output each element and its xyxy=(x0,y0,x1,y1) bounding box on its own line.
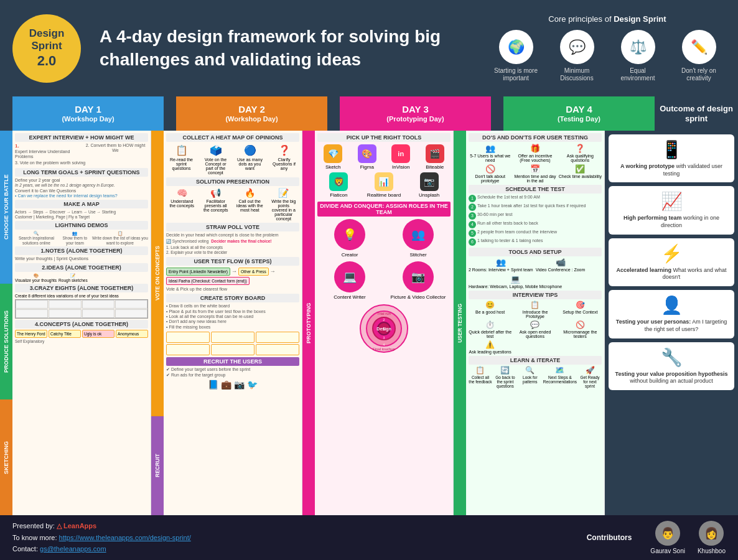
flow-other: Other & Press xyxy=(238,268,269,276)
heat-icon-clarify: ❓ Clarify Questions if any xyxy=(269,144,299,175)
longterm-title: LONG TERM GOALS + SPRINT QUESTIONS xyxy=(15,168,148,177)
sol-understand: 🧠Understand the concepts xyxy=(168,188,196,221)
expert-content: 1. Expert Interview Understand Problems … xyxy=(15,143,148,166)
dos-prototype: 🚫 Don't talk about prototype xyxy=(469,164,511,183)
storyboard-title: CREATE STORY BOARD xyxy=(166,294,299,302)
flow-ideal: Ideal Faeha (Checkout: Contact form (end… xyxy=(166,277,250,285)
schedule-item-6: 6 1 talking to tester & 1 taking notes xyxy=(469,238,602,246)
outcome-card-1: 📱 A working prototype with validated use… xyxy=(609,134,734,182)
tip-introduce: 📋Introduce the Prototype xyxy=(513,301,556,319)
heat-map-icons: 📋 Re-read the sprint questions 🗳️ Vote o… xyxy=(166,144,299,175)
outcome-card-4: 👤 Testing your user personas: Am I targe… xyxy=(609,290,734,338)
avatar-khushboo: 👩 xyxy=(699,521,724,546)
sol-facilitator: 📢Facilitator presents all the concepts xyxy=(202,188,230,221)
day2-side-labels: VOTE ON CONCEPTS RECRUIT xyxy=(151,131,164,515)
side-label-sketch: SKETCHING xyxy=(0,399,12,515)
dos-check: ✅ Check time availability xyxy=(559,164,602,183)
straw-title: STRAW POLL VOTE xyxy=(166,223,299,231)
flow-note: Vote & Pick up the clearest flow xyxy=(166,287,299,292)
tip-openended: 💬Ask open ended questions xyxy=(513,320,556,338)
notes-title: 1.NOTES (ALONE TOGETHER) xyxy=(15,246,148,255)
outcome-text-4: Testing your user personas: Am I targeti… xyxy=(614,319,729,333)
svg-text:Design: Design xyxy=(376,327,391,332)
outcome-card-2: 📈 High performing team working in one di… xyxy=(609,186,734,234)
straw-content: Decide in your head which concept is clo… xyxy=(166,233,299,255)
tools-title: PICK UP THE RIGHT TOOLS xyxy=(317,133,451,142)
svg-text:Final touchup: Final touchup xyxy=(373,347,396,351)
heat-icon-reread: 📋 Re-read the sprint questions xyxy=(167,144,197,175)
days-area: DAY 1(Workshop Day) DAY 2(Workshop Day) … xyxy=(0,96,738,515)
col-outcome: 📱 A working prototype with validated use… xyxy=(605,131,738,515)
footer-left: Presented by: △ LeanApps To know more: h… xyxy=(12,520,191,555)
flow-entry: Entry Point (LinkedIn Newsletter) xyxy=(166,268,230,276)
tip-debrief: ⏱️Quick debrief after the test xyxy=(469,320,511,338)
schedule-item-4: 4 Run all other tests back to back xyxy=(469,221,602,228)
presented-by: Presented by: △ LeanApps xyxy=(12,520,191,532)
header-title: A 4-day design framework for solving big… xyxy=(81,26,489,71)
svg-text:4: 4 xyxy=(383,343,385,347)
days-content: CHOOSE YOUR BATTLE PRODUCE SOLUTIONS SKE… xyxy=(0,131,738,515)
day4-header: DAY 4(Testing Day) xyxy=(503,96,655,131)
principle-discussions: 💬 Minimum Discussions xyxy=(552,30,602,82)
solution-icons: 🧠Understand the concepts 📢Facilitator pr… xyxy=(166,188,299,221)
logo-text: Design Sprint 2.0 xyxy=(29,27,65,69)
role-creator: 💡 Creator xyxy=(317,219,382,258)
heat-icon-dots: 🔵 Use as many dots as you want xyxy=(235,144,265,175)
contributor-gaurav: 👨 Gaurav Soni xyxy=(650,521,685,554)
longterm-content: Define your 2 year goal In 2 years, we w… xyxy=(15,178,148,199)
map-title: MAKE A MAP xyxy=(15,200,148,208)
schedule-title: SCHEDULE THE TEST xyxy=(469,185,602,194)
learn-title: LEARN & ITERATE xyxy=(469,356,602,365)
tool-unsplash: 📷 Unsplash xyxy=(408,172,451,198)
col-day2: COLLECT A HEAT MAP OF OPINIONS 📋 Re-read… xyxy=(164,131,302,515)
starting-icon: 🌍 xyxy=(499,30,533,64)
interview-title: INTERVIEW TIPS xyxy=(469,291,602,299)
tool-invision: in InVision xyxy=(385,144,417,170)
to-know-more: To know more: https://www.theleanapps.co… xyxy=(12,532,191,544)
principle-label: Starting is more important xyxy=(491,67,541,82)
setup-video: 📹Video Conference : Zoom xyxy=(536,258,586,272)
sprint-chart: 1 Design 2 3 4 Final touchup Trial run xyxy=(317,304,451,356)
dos-incentive: 🎁 Offer an incentive (Free vouchers) xyxy=(513,144,556,162)
divide-title: DIVIDE AND CONQUER: ASSIGN ROLES IN THE … xyxy=(317,202,451,217)
tool-figma: 🎨 Figma xyxy=(352,144,383,170)
lightning-title: LIGHTNING DEMOS xyxy=(15,221,148,230)
contributor-khushboo: 👩 Khushboo xyxy=(698,521,726,554)
website-link[interactable]: https://www.theleanapps.com/design-sprin… xyxy=(59,534,191,541)
logo-badge: Design Sprint 2.0 xyxy=(12,14,81,83)
learn-grid: 📋Collect all the feedback 🔄Go back to th… xyxy=(469,366,602,388)
role-stitcher: 👥 Stitcher xyxy=(386,219,451,258)
principle-starting: 🌍 Starting is more important xyxy=(491,30,541,82)
contributors-title: Contributors xyxy=(587,533,632,542)
schedule-item-5: 5 2 people from team conduct the intervi… xyxy=(469,230,602,237)
storyboard-grid xyxy=(166,332,299,355)
day1-side-labels: CHOOSE YOUR BATTLE PRODUCE SOLUTIONS SKE… xyxy=(0,131,12,515)
principle-equal: ⚖️ Equal environment xyxy=(613,30,663,82)
learn-sprint: 🔄Go back to the sprint questions xyxy=(493,366,517,388)
tip-leading: ⚠️Ask leading questions xyxy=(469,340,511,354)
day2-header: DAY 2(Workshop Day) xyxy=(176,96,327,131)
recruit-title: RECRUIT THE USERS xyxy=(166,357,299,366)
dos-mention: 📅 Mention time and day in the ad xyxy=(513,164,556,183)
dos-qualifying: ❓ Ask qualifying questions xyxy=(559,144,602,162)
main-container: Design Sprint 2.0 A 4-day design framewo… xyxy=(0,0,738,560)
crazy8-grid xyxy=(15,299,148,319)
days-headers: DAY 1(Workshop Day) DAY 2(Workshop Day) … xyxy=(0,96,738,131)
concepts-title: 4.CONCEPTS (ALONE TOGETHER) xyxy=(15,320,148,329)
roles-grid: 💡 Creator 👥 Stitcher 💻 Content Writer xyxy=(317,219,451,300)
setup-hardware: 💻Hardware: Webcam, Laptop, Mobile Microp… xyxy=(469,274,562,289)
learn-getready: 🚀Get Ready for next sprint xyxy=(578,366,602,388)
social-icons: 📘 💼 📷 🐦 xyxy=(166,380,299,390)
tips-grid: 😊Be a good host 📋Introduce the Prototype… xyxy=(469,301,602,354)
role-content-writer: 💻 Content Writer xyxy=(317,261,382,300)
learn-nextsteps: 🗺️Next Steps & Recommendations xyxy=(543,366,577,388)
notes-content: Write your thoughts | Sprint Questions xyxy=(15,256,148,261)
schedule-items: 1 Schedule the 1st test at 9:00 AM 2 Tak… xyxy=(469,195,602,246)
outcome-text-5: Testing your value proposition hypothesi… xyxy=(614,371,729,385)
col-day3: PICK UP THE RIGHT TOOLS 💎 Sketch 🎨 Figma… xyxy=(315,131,454,515)
tip-setup: 🎯Setup the Context xyxy=(559,301,602,319)
tools-setup: 👥2 Rooms: Interview + Sprint team 📹Video… xyxy=(469,258,602,289)
schedule-item-3: 3 30-60 min per test xyxy=(469,212,602,220)
outcome-card-3: ⚡ Accelerated learning What works and wh… xyxy=(609,238,734,286)
spiral-svg: 1 Design 2 3 4 Final touchup Trial run xyxy=(359,304,409,353)
